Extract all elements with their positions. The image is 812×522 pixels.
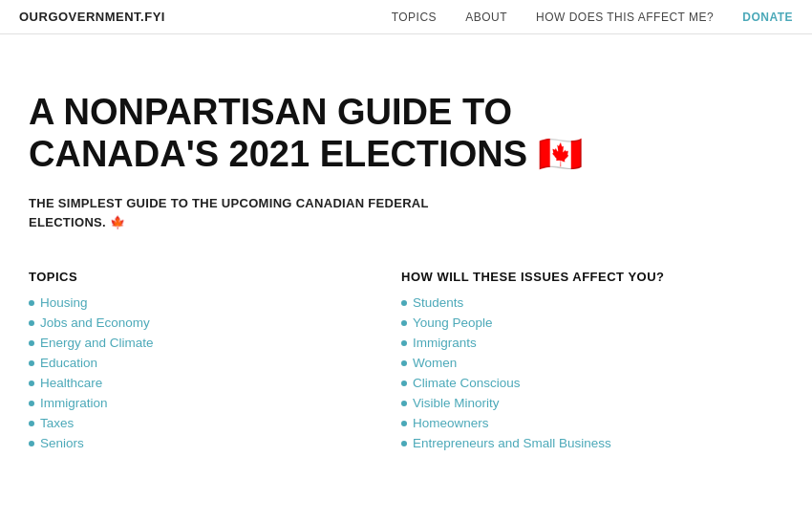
nav-topics[interactable]: TOPICS: [392, 11, 437, 24]
affect-list: Students Young People Immigrants Women: [401, 295, 774, 450]
affect-climate-conscious[interactable]: Climate Conscious: [413, 376, 521, 390]
hero-title: A NONPARTISAN GUIDE TO CANADA'S 2021 ELE…: [29, 92, 602, 175]
affect-column: HOW WILL THESE ISSUES AFFECT YOU? Studen…: [401, 270, 783, 456]
bullet-icon: [29, 421, 34, 426]
list-item: Young People: [401, 315, 774, 330]
bullet-icon: [29, 360, 34, 366]
list-item: Climate Conscious: [401, 376, 774, 390]
columns-wrapper: TOPICS Housing Jobs and Economy Energy a…: [29, 270, 783, 456]
nav-affect[interactable]: HOW DOES THIS AFFECT ME?: [536, 11, 714, 24]
bullet-icon: [401, 320, 407, 326]
list-item: Students: [401, 295, 774, 310]
list-item: Visible Minority: [401, 396, 774, 410]
topic-healthcare[interactable]: Healthcare: [40, 376, 102, 390]
bullet-icon: [29, 401, 34, 406]
topics-heading: TOPICS: [29, 270, 401, 284]
list-item: Taxes: [29, 416, 401, 430]
topic-jobs[interactable]: Jobs and Economy: [40, 315, 150, 330]
bullet-icon: [29, 300, 34, 306]
nav-about[interactable]: ABOUT: [465, 11, 507, 24]
nav-donate[interactable]: DONATE: [742, 11, 793, 24]
bullet-icon: [401, 360, 407, 366]
bullet-icon: [401, 300, 407, 306]
list-item: Housing: [29, 295, 401, 310]
affect-entrepreneurs[interactable]: Entrepreneurs and Small Business: [413, 436, 611, 450]
topic-energy[interactable]: Energy and Climate: [40, 336, 154, 350]
list-item: Healthcare: [29, 376, 401, 390]
list-item: Seniors: [29, 436, 401, 450]
list-item: Jobs and Economy: [29, 315, 401, 330]
topic-seniors[interactable]: Seniors: [40, 436, 84, 450]
affect-homeowners[interactable]: Homeowners: [413, 416, 489, 430]
list-item: Education: [29, 356, 401, 370]
bullet-icon: [401, 401, 407, 406]
affect-heading: HOW WILL THESE ISSUES AFFECT YOU?: [401, 270, 783, 284]
affect-young-people[interactable]: Young People: [413, 315, 493, 330]
topics-column: TOPICS Housing Jobs and Economy Energy a…: [29, 270, 401, 456]
affect-immigrants[interactable]: Immigrants: [413, 336, 477, 350]
bullet-icon: [29, 381, 34, 386]
hero-subtitle: THE SIMPLEST GUIDE TO THE UPCOMING CANAD…: [29, 194, 506, 231]
list-item: Immigrants: [401, 336, 774, 350]
bullet-icon: [29, 441, 34, 446]
topic-taxes[interactable]: Taxes: [40, 416, 74, 430]
bullet-icon: [401, 441, 407, 446]
bullet-icon: [401, 381, 407, 386]
list-item: Homeowners: [401, 416, 774, 430]
nav-links: TOPICS ABOUT HOW DOES THIS AFFECT ME? DO…: [392, 11, 793, 24]
affect-visible-minority[interactable]: Visible Minority: [413, 396, 500, 410]
topics-list: Housing Jobs and Economy Energy and Clim…: [29, 295, 401, 450]
bullet-icon: [401, 340, 407, 346]
affect-students[interactable]: Students: [413, 295, 463, 310]
bullet-icon: [401, 421, 407, 426]
topic-immigration[interactable]: Immigration: [40, 396, 108, 410]
navbar: OURGOVERNMENT.FYI TOPICS ABOUT HOW DOES …: [0, 0, 812, 34]
list-item: Entrepreneurs and Small Business: [401, 436, 774, 450]
topic-housing[interactable]: Housing: [40, 295, 88, 310]
bullet-icon: [29, 340, 34, 346]
affect-scroll-container[interactable]: Students Young People Immigrants Women: [401, 295, 783, 456]
list-item: Immigration: [29, 396, 401, 410]
affect-women[interactable]: Women: [413, 356, 457, 370]
bullet-icon: [29, 320, 34, 326]
list-item: Women: [401, 356, 774, 370]
list-item: Energy and Climate: [29, 336, 401, 350]
site-logo[interactable]: OURGOVERNMENT.FYI: [19, 10, 165, 24]
topic-education[interactable]: Education: [40, 356, 97, 370]
main-content: A NONPARTISAN GUIDE TO CANADA'S 2021 ELE…: [0, 34, 812, 485]
